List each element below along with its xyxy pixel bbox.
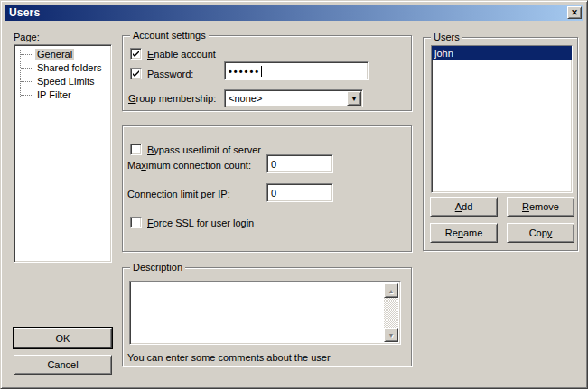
checkmark-icon xyxy=(132,50,140,58)
ok-button[interactable]: OK xyxy=(14,328,112,348)
connection-limit-per-ip-label: Connection limit per IP: xyxy=(127,189,230,200)
cancel-button-label: Cancel xyxy=(47,359,78,370)
connection-limit-per-ip-value: 0 xyxy=(271,188,276,199)
connection-limits-group: Bypass userlimit of server Maximum conne… xyxy=(122,125,412,252)
enable-account-checkbox[interactable] xyxy=(130,48,142,60)
users-group: Users john Add Remove Rename Copy xyxy=(423,37,578,251)
group-membership-label: Group membership: xyxy=(128,93,216,105)
account-settings-group: Account settings Enable account Password… xyxy=(122,35,412,111)
cancel-button[interactable]: Cancel xyxy=(14,355,112,375)
password-input[interactable]: •••••• xyxy=(224,61,369,80)
page-tree[interactable]: General Shared folders Speed Limits IP F… xyxy=(14,44,112,263)
page-label: Page: xyxy=(14,32,40,43)
force-ssl-checkbox[interactable] xyxy=(130,217,142,228)
tree-branch-icon xyxy=(21,81,33,82)
password-checkbox[interactable] xyxy=(130,68,142,79)
password-label: Password: xyxy=(147,69,193,80)
tree-item-label: Speed Limits xyxy=(35,76,97,88)
group-membership-select[interactable]: <none> ▼ xyxy=(224,89,363,107)
remove-button-label: Remove xyxy=(522,201,559,212)
description-title: Description xyxy=(130,262,185,273)
triangle-up-icon: ▲ xyxy=(388,288,395,294)
password-value: •••••• xyxy=(229,66,260,77)
description-hint: You can enter some comments about the us… xyxy=(127,352,331,364)
rename-user-button[interactable]: Rename xyxy=(430,223,498,243)
tree-item-label: IP Filter xyxy=(35,89,73,101)
connection-limit-per-ip-input[interactable]: 0 xyxy=(266,183,333,202)
max-connection-count-input[interactable]: 0 xyxy=(266,154,333,173)
remove-user-button[interactable]: Remove xyxy=(507,197,574,217)
tree-branch-icon xyxy=(21,95,33,96)
description-scrollbar[interactable]: ▲ ▼ xyxy=(384,283,398,342)
ok-button-label: OK xyxy=(56,333,70,344)
users-dialog: Users ✕ Page: General Shared folders Spe… xyxy=(0,0,588,389)
chevron-down-icon: ▼ xyxy=(351,96,358,102)
add-user-button[interactable]: Add xyxy=(430,197,498,217)
scroll-down-button[interactable]: ▼ xyxy=(384,328,398,342)
title-bar: Users ✕ xyxy=(5,5,583,21)
tree-branch-icon xyxy=(21,68,33,69)
tree-item-label: Shared folders xyxy=(35,62,104,74)
rename-button-label: Rename xyxy=(445,227,483,238)
force-ssl-label: Force SSL for user login xyxy=(147,218,254,229)
window-title: Users xyxy=(5,6,40,19)
close-icon: ✕ xyxy=(571,9,578,17)
bypass-userlimit-checkbox[interactable] xyxy=(130,144,142,155)
combo-dropdown-button[interactable]: ▼ xyxy=(347,91,361,106)
close-button[interactable]: ✕ xyxy=(567,6,582,19)
copy-user-button[interactable]: Copy xyxy=(507,223,574,243)
group-membership-value: <none> xyxy=(229,93,262,105)
checkmark-icon xyxy=(132,69,140,78)
description-textarea[interactable]: ▲ ▼ xyxy=(129,281,401,345)
user-list-item[interactable]: john xyxy=(432,46,572,60)
max-connection-count-value: 0 xyxy=(271,159,276,170)
account-settings-title: Account settings xyxy=(130,30,209,42)
enable-account-label: Enable account xyxy=(147,49,216,60)
add-button-label: Add xyxy=(455,201,473,212)
max-connection-count-label: Maximum connection count: xyxy=(127,160,251,171)
triangle-down-icon: ▼ xyxy=(388,332,395,338)
tree-item-ip-filter[interactable]: IP Filter xyxy=(14,88,111,102)
bypass-userlimit-label: Bypass userlimit of server xyxy=(147,144,261,156)
tree-item-general[interactable]: General xyxy=(14,48,111,61)
copy-button-label: Copy xyxy=(529,227,553,238)
scroll-up-button[interactable]: ▲ xyxy=(384,283,398,298)
description-group: Description ▲ ▼ You can enter some comme… xyxy=(122,267,412,366)
users-listbox[interactable]: john xyxy=(431,45,573,193)
tree-item-shared-folders[interactable]: Shared folders xyxy=(14,61,111,75)
user-name: john xyxy=(434,48,453,59)
users-group-title: Users xyxy=(431,32,462,43)
tree-item-speed-limits[interactable]: Speed Limits xyxy=(14,75,111,88)
tree-branch-icon xyxy=(21,54,33,55)
text-caret xyxy=(261,66,262,77)
tree-item-label: General xyxy=(35,49,74,60)
